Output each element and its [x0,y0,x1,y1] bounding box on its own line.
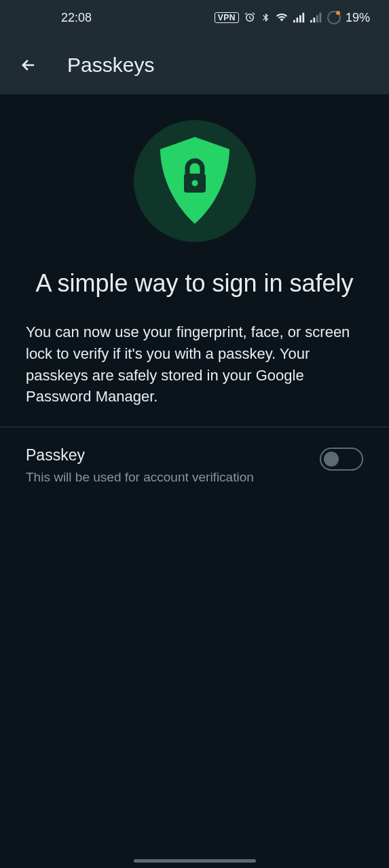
toggle-knob [324,452,339,467]
setting-label: Passkey [26,446,320,465]
passkey-toggle[interactable] [320,448,363,471]
svg-rect-7 [319,13,321,22]
passkey-setting-row[interactable]: Passkey This will be used for account ve… [0,427,389,485]
page-title: Passkeys [67,54,154,77]
status-icons: VPN 19% [215,11,370,25]
svg-rect-6 [316,15,318,22]
svg-rect-0 [293,20,295,23]
battery-percent: 19% [346,11,370,25]
shield-badge [134,120,256,242]
setting-sublabel: This will be used for account verificati… [26,470,320,485]
wifi-icon [275,12,289,23]
back-button[interactable] [14,50,43,80]
svg-point-9 [191,180,198,186]
setting-text: Passkey This will be used for account ve… [26,446,320,485]
home-indicator[interactable] [134,859,256,863]
signal-icon-2 [310,12,322,23]
shield-lock-icon [158,137,232,225]
hero-description: You can now use your fingerprint, face, … [26,321,363,408]
battery-ring-icon [327,11,341,24]
content-area: A simple way to sign in safely You can n… [0,94,389,485]
alarm-icon [244,12,256,24]
status-time: 22:08 [61,11,92,25]
hero-section: A simple way to sign in safely You can n… [0,120,389,427]
status-bar: 22:08 VPN 19% [0,0,389,35]
svg-rect-2 [299,15,301,22]
vpn-badge: VPN [215,12,239,23]
arrow-left-icon [19,56,38,75]
bluetooth-icon [261,12,270,24]
svg-rect-1 [296,18,298,22]
app-bar: Passkeys [0,35,389,94]
svg-rect-5 [313,18,315,22]
svg-rect-3 [302,13,304,22]
signal-icon-1 [293,12,305,23]
svg-rect-4 [310,20,312,23]
hero-heading: A simple way to sign in safely [35,268,353,300]
